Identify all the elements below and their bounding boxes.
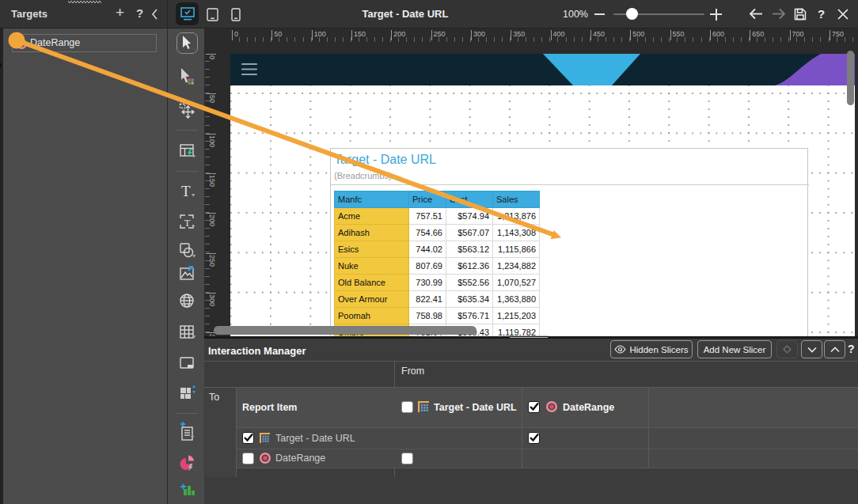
svg-text:T: T: [184, 218, 191, 229]
svg-text:T: T: [181, 183, 191, 199]
